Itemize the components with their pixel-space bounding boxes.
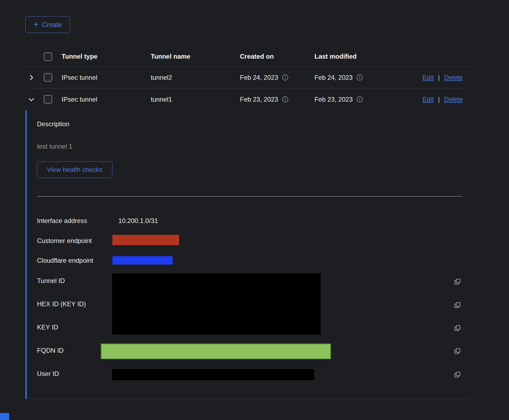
fqdn-id-redacted-value xyxy=(101,344,331,359)
copy-hex-id-button[interactable] xyxy=(453,301,462,309)
row-checkbox-cell xyxy=(38,95,56,104)
info-icon[interactable] xyxy=(282,96,289,103)
edit-link[interactable]: Edit xyxy=(423,96,434,103)
tunnel-id-label: Tunnel ID xyxy=(37,277,65,285)
fqdn-id-label: FQDN ID xyxy=(37,347,64,354)
key-id-label: KEY ID xyxy=(37,324,58,331)
info-icon[interactable] xyxy=(356,74,363,81)
plus-icon: + xyxy=(33,20,38,29)
delete-link[interactable]: Delete xyxy=(444,96,463,103)
row-expand-cell xyxy=(25,74,38,81)
tunnels-page: + Create Tunnel type Tunnel name Created… xyxy=(0,0,509,420)
row-actions: Edit | Delete xyxy=(412,96,469,103)
link-separator: | xyxy=(438,74,440,81)
description-label: Description xyxy=(37,120,69,128)
interface-address-label: Interface address xyxy=(37,217,87,225)
info-icon[interactable] xyxy=(356,96,363,103)
tunnel-name-cell: tunnel1 xyxy=(145,96,235,103)
description-value: test tunnel 1 xyxy=(37,143,72,150)
last-modified-cell: Feb 23, 2023 xyxy=(309,96,412,103)
customer-endpoint-redacted-value xyxy=(112,235,179,245)
tunnel-type-cell: IPsec tunnel xyxy=(56,74,145,81)
row-checkbox-cell xyxy=(38,73,56,82)
cloudflare-endpoint-label: Cloudflare endpoint xyxy=(37,257,93,264)
delete-link[interactable]: Delete xyxy=(444,74,463,81)
row-expand-cell xyxy=(25,96,38,103)
user-id-label: User ID xyxy=(37,370,59,378)
table-row: IPsec tunnel tunnel1 Feb 23, 2023 Feb 23… xyxy=(25,88,469,110)
hex-id-label: HEX ID (KEY ID) xyxy=(37,300,86,308)
link-separator: | xyxy=(438,96,440,103)
user-id-redacted-value xyxy=(112,369,314,380)
header-tunnel-type: Tunnel type xyxy=(56,53,145,60)
created-date: Feb 24, 2023 xyxy=(240,74,278,81)
copy-key-id-button[interactable] xyxy=(453,324,462,332)
view-health-checks-button[interactable]: View health checks xyxy=(37,161,112,178)
copy-fqdn-id-button[interactable] xyxy=(453,347,462,355)
modified-date: Feb 24, 2023 xyxy=(314,74,353,81)
copy-tunnel-id-button[interactable] xyxy=(453,277,462,286)
tunnel-name-cell: tunnel2 xyxy=(145,74,235,81)
table-row: IPsec tunnel tunnel2 Feb 24, 2023 Feb 24… xyxy=(25,67,469,88)
tunnel-details-panel: Description test tunnel 1 View health ch… xyxy=(25,110,469,399)
tunnel-type-cell: IPsec tunnel xyxy=(56,96,145,103)
row-checkbox[interactable] xyxy=(44,95,52,104)
table-header: Tunnel type Tunnel name Created on Last … xyxy=(25,46,469,67)
row-checkbox[interactable] xyxy=(44,73,52,82)
header-created-on: Created on xyxy=(235,53,309,60)
header-tunnel-name: Tunnel name xyxy=(145,53,235,60)
ids-redacted-value xyxy=(112,274,321,335)
select-all-checkbox[interactable] xyxy=(44,52,52,61)
edit-link[interactable]: Edit xyxy=(423,74,434,81)
cloudflare-endpoint-redacted-value xyxy=(112,256,173,265)
interface-address-value: 10.200.1.0/31 xyxy=(118,217,158,225)
row-actions: Edit | Delete xyxy=(412,74,469,81)
customer-endpoint-label: Customer endpoint xyxy=(37,237,92,245)
copy-user-id-button[interactable] xyxy=(453,370,462,379)
created-on-cell: Feb 23, 2023 xyxy=(235,96,309,103)
create-button-label: Create xyxy=(42,21,62,29)
header-checkbox-cell xyxy=(38,52,56,61)
info-icon[interactable] xyxy=(282,74,289,81)
last-modified-cell: Feb 24, 2023 xyxy=(309,74,412,81)
modified-date: Feb 23, 2023 xyxy=(314,96,353,103)
chevron-down-icon[interactable] xyxy=(28,96,35,103)
created-on-cell: Feb 24, 2023 xyxy=(235,74,309,81)
bottom-left-accent xyxy=(0,413,9,420)
header-last-modified: Last modified xyxy=(309,53,412,60)
chevron-right-icon[interactable] xyxy=(28,74,35,81)
create-button[interactable]: + Create xyxy=(25,16,70,33)
created-date: Feb 23, 2023 xyxy=(240,96,278,103)
section-divider xyxy=(37,196,462,196)
